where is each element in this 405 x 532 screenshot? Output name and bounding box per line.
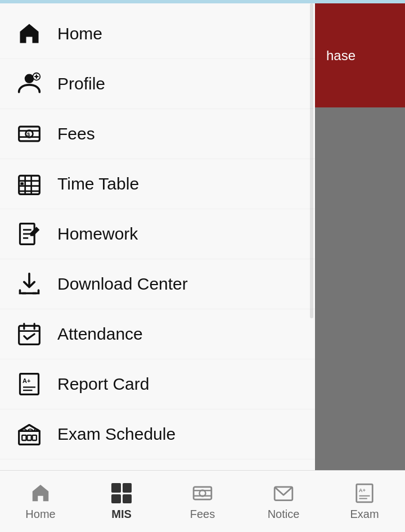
sidebar-item-label-profile: Profile — [57, 74, 105, 93]
top-card-text: hase — [326, 48, 356, 64]
svg-rect-15 — [20, 182, 24, 185]
svg-text:$: $ — [27, 132, 30, 137]
sidebar-item-downloadcenter[interactable]: Download Center — [0, 259, 315, 309]
drawer-menu-panel: Home Profile — [0, 3, 315, 532]
exam-nav-icon: A+ — [353, 482, 376, 504]
svg-text:A+: A+ — [22, 377, 30, 384]
nav-item-mis[interactable]: MIS — [81, 471, 162, 532]
nav-item-home[interactable]: Home — [0, 471, 81, 532]
sidebar-item-label-timetable: Time Table — [57, 174, 139, 193]
right-panel: hase — [315, 3, 405, 532]
svg-text:A+: A+ — [359, 487, 366, 493]
sidebar-item-label-home: Home — [57, 24, 102, 43]
sidebar-item-reportcard[interactable]: A+ Report Card — [0, 359, 315, 409]
top-card: hase — [315, 3, 405, 107]
fees-nav-icon — [191, 482, 214, 504]
exam-icon — [17, 422, 48, 447]
sidebar-item-profile[interactable]: Profile — [0, 59, 315, 109]
reportcard-icon: A+ — [17, 372, 48, 396]
sidebar-item-label-attendance: Attendance — [57, 324, 143, 344]
sidebar-item-fees[interactable]: $ Fees — [0, 109, 315, 159]
home-nav-icon — [29, 482, 52, 504]
svg-point-0 — [25, 74, 34, 84]
timetable-icon — [17, 172, 48, 196]
svg-rect-31 — [22, 435, 26, 440]
sidebar-item-label-downloadcenter: Download Center — [57, 274, 188, 294]
sidebar-item-home[interactable]: Home — [0, 9, 315, 59]
sidebar-item-attendance[interactable]: Attendance — [0, 309, 315, 359]
nav-item-fees[interactable]: Fees — [162, 471, 243, 532]
nav-label-exam: Exam — [350, 508, 379, 521]
nav-label-fees: Fees — [190, 508, 215, 521]
fees-icon: $ — [17, 121, 48, 146]
home-icon — [17, 21, 48, 46]
sidebar-item-examschedule[interactable]: Exam Schedule — [0, 409, 315, 459]
sidebar-item-timetable[interactable]: Time Table — [0, 159, 315, 209]
sidebar-item-label-examschedule: Exam Schedule — [57, 425, 176, 444]
download-icon — [17, 272, 48, 296]
homework-icon — [17, 222, 48, 246]
svg-rect-34 — [194, 487, 212, 499]
svg-rect-32 — [27, 435, 31, 440]
nav-label-home: Home — [25, 508, 55, 521]
nav-label-notice: Notice — [268, 508, 300, 521]
sidebar-item-homework[interactable]: Homework — [0, 209, 315, 259]
attendance-icon — [17, 322, 48, 346]
gray-background — [315, 107, 405, 532]
sidebar-item-label-reportcard: Report Card — [57, 375, 149, 394]
bottom-nav-bar: Home MIS Fees — [0, 470, 405, 532]
svg-rect-20 — [22, 292, 26, 295]
nav-item-notice[interactable]: Notice — [243, 471, 324, 532]
scrollbar[interactable] — [310, 3, 313, 318]
app-container: Home Profile — [0, 3, 405, 532]
nav-item-exam[interactable]: A+ Exam — [324, 471, 405, 532]
svg-rect-22 — [19, 326, 40, 344]
svg-rect-21 — [33, 292, 37, 295]
nav-label-mis: MIS — [111, 508, 132, 521]
sidebar-item-label-fees: Fees — [57, 124, 95, 143]
sidebar-item-label-homework: Homework — [57, 224, 138, 244]
notice-nav-icon — [272, 482, 295, 504]
drawer-menu-list: Home Profile — [0, 3, 315, 532]
mis-nav-icon — [110, 482, 133, 504]
profile-icon — [17, 71, 48, 96]
svg-rect-33 — [33, 435, 37, 440]
